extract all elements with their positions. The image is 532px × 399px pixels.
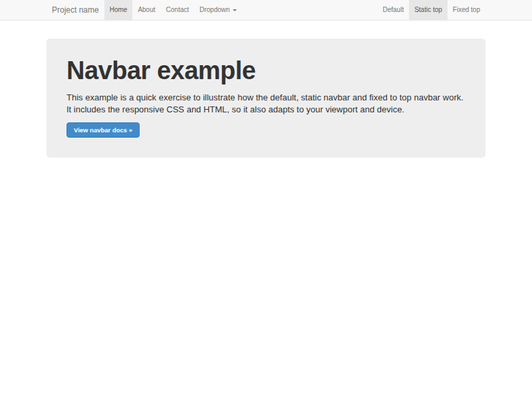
nav-link-about[interactable]: About: [132, 0, 160, 20]
nav-item-static-top: Static top: [409, 0, 448, 20]
navbar-brand[interactable]: Project name: [47, 0, 104, 20]
dropdown-label: Dropdown: [200, 6, 230, 13]
nav-item-contact: Contact: [161, 0, 194, 20]
navbar-inner: Project name Home About Contact Dropdown…: [47, 0, 485, 20]
nav-link-fixed-top[interactable]: Fixed top: [448, 0, 485, 20]
jumbotron: Navbar example This example is a quick e…: [47, 39, 485, 158]
nav-item-dropdown: Dropdown: [194, 0, 242, 20]
view-navbar-docs-button[interactable]: View navbar docs »: [66, 122, 140, 138]
navbar-right-nav: Default Static top Fixed top: [377, 0, 485, 20]
navbar-left-nav: Home About Contact Dropdown: [104, 0, 242, 20]
caret-down-icon: [233, 9, 237, 11]
nav-link-contact[interactable]: Contact: [161, 0, 194, 20]
jumbotron-description: This example is a quick exercise to illu…: [66, 92, 466, 116]
nav-item-about: About: [132, 0, 160, 20]
nav-link-static-top[interactable]: Static top: [409, 0, 448, 20]
nav-item-home: Home: [104, 0, 133, 20]
nav-link-dropdown[interactable]: Dropdown: [194, 0, 242, 20]
navbar-left-group: Project name Home About Contact Dropdown: [47, 0, 242, 20]
page-title: Navbar example: [66, 57, 466, 85]
navbar: Project name Home About Contact Dropdown…: [0, 0, 532, 21]
nav-link-home[interactable]: Home: [104, 0, 133, 20]
nav-item-default: Default: [377, 0, 409, 20]
nav-link-default[interactable]: Default: [377, 0, 409, 20]
nav-item-fixed-top: Fixed top: [448, 0, 485, 20]
